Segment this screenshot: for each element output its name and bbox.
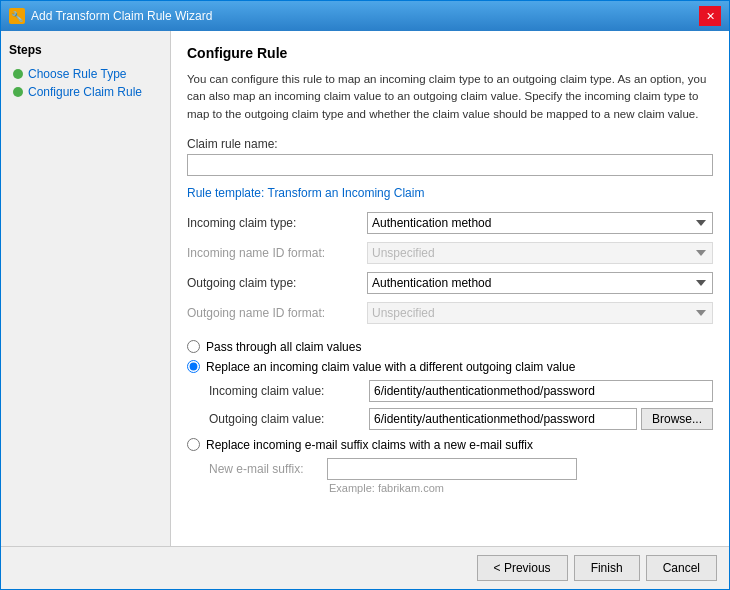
incoming-claim-type-row: Incoming claim type: Authentication meth… [187, 212, 713, 234]
rule-template-text: Rule template: Transform an Incoming Cla… [187, 186, 713, 200]
radio-replace-value-label: Replace an incoming claim value with a d… [206, 360, 575, 374]
outgoing-claim-type-select[interactable]: Authentication method [367, 272, 713, 294]
window-title: Add Transform Claim Rule Wizard [31, 9, 212, 23]
main-window: 🔧 Add Transform Claim Rule Wizard ✕ Step… [0, 0, 730, 590]
sidebar-label-configure-claim-rule: Configure Claim Rule [28, 85, 142, 99]
browse-button[interactable]: Browse... [641, 408, 713, 430]
example-text: Example: fabrikam.com [329, 482, 713, 494]
description-text: You can configure this rule to map an in… [187, 71, 713, 123]
new-email-suffix-control [327, 458, 713, 480]
incoming-name-id-row: Incoming name ID format: Unspecified [187, 242, 713, 264]
window-body: Steps Choose Rule Type Configure Claim R… [1, 31, 729, 546]
incoming-name-id-control: Unspecified [367, 242, 713, 264]
footer: < Previous Finish Cancel [1, 546, 729, 589]
step-indicator-1 [13, 69, 23, 79]
radio-replace-email-input[interactable] [187, 438, 200, 451]
radio-pass-through: Pass through all claim values [187, 340, 713, 354]
outgoing-name-id-label: Outgoing name ID format: [187, 306, 367, 320]
new-email-suffix-row: New e-mail suffix: [209, 458, 713, 480]
close-button[interactable]: ✕ [699, 6, 721, 26]
sidebar-label-choose-rule-type: Choose Rule Type [28, 67, 127, 81]
incoming-claim-value-row: Incoming claim value: [209, 380, 713, 402]
radio-replace-value: Replace an incoming claim value with a d… [187, 360, 713, 374]
finish-button[interactable]: Finish [574, 555, 640, 581]
outgoing-name-id-row: Outgoing name ID format: Unspecified [187, 302, 713, 324]
replace-value-fields: Incoming claim value: Outgoing claim val… [209, 380, 713, 430]
claim-rule-name-input[interactable] [187, 154, 713, 176]
outgoing-claim-value-label: Outgoing claim value: [209, 412, 369, 426]
outgoing-claim-value-input[interactable] [369, 408, 637, 430]
previous-button[interactable]: < Previous [477, 555, 568, 581]
incoming-claim-value-label: Incoming claim value: [209, 384, 369, 398]
claim-rule-name-label: Claim rule name: [187, 137, 713, 151]
title-bar-left: 🔧 Add Transform Claim Rule Wizard [9, 8, 212, 24]
window-icon: 🔧 [9, 8, 25, 24]
claim-rule-name-group: Claim rule name: [187, 137, 713, 176]
title-bar: 🔧 Add Transform Claim Rule Wizard ✕ [1, 1, 729, 31]
new-email-suffix-label: New e-mail suffix: [209, 462, 327, 476]
page-title: Configure Rule [187, 45, 713, 61]
outgoing-name-id-select[interactable]: Unspecified [367, 302, 713, 324]
incoming-claim-type-select[interactable]: Authentication method [367, 212, 713, 234]
incoming-name-id-select[interactable]: Unspecified [367, 242, 713, 264]
new-email-suffix-input[interactable] [327, 458, 577, 480]
outgoing-claim-value-control: Browse... [369, 408, 713, 430]
step-indicator-2 [13, 87, 23, 97]
incoming-claim-value-input[interactable] [369, 380, 713, 402]
radio-pass-through-input[interactable] [187, 340, 200, 353]
outgoing-name-id-control: Unspecified [367, 302, 713, 324]
cancel-button[interactable]: Cancel [646, 555, 717, 581]
radio-replace-email-label: Replace incoming e-mail suffix claims wi… [206, 438, 533, 452]
outgoing-claim-type-control: Authentication method [367, 272, 713, 294]
sidebar-item-choose-rule-type[interactable]: Choose Rule Type [9, 65, 162, 83]
sidebar: Steps Choose Rule Type Configure Claim R… [1, 31, 171, 546]
outgoing-claim-type-label: Outgoing claim type: [187, 276, 367, 290]
incoming-claim-value-control [369, 380, 713, 402]
radio-replace-email: Replace incoming e-mail suffix claims wi… [187, 438, 713, 452]
radio-pass-through-label: Pass through all claim values [206, 340, 361, 354]
outgoing-claim-value-row: Outgoing claim value: Browse... [209, 408, 713, 430]
incoming-name-id-label: Incoming name ID format: [187, 246, 367, 260]
outgoing-claim-type-row: Outgoing claim type: Authentication meth… [187, 272, 713, 294]
radio-replace-value-input[interactable] [187, 360, 200, 373]
email-suffix-fields: New e-mail suffix: Example: fabrikam.com [209, 458, 713, 494]
incoming-claim-type-label: Incoming claim type: [187, 216, 367, 230]
incoming-claim-type-control: Authentication method [367, 212, 713, 234]
main-content: Configure Rule You can configure this ru… [171, 31, 729, 546]
sidebar-heading: Steps [9, 43, 162, 57]
sidebar-item-configure-claim-rule[interactable]: Configure Claim Rule [9, 83, 162, 101]
